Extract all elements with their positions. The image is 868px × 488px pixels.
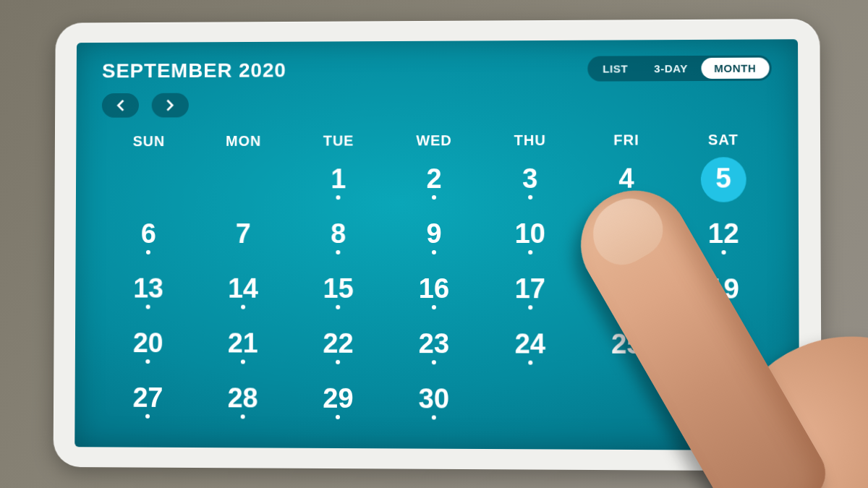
day-cell[interactable]: 13 bbox=[101, 271, 195, 326]
day-number: 17 bbox=[515, 275, 545, 302]
day-number: 21 bbox=[228, 329, 258, 356]
day-number: 18 bbox=[611, 275, 642, 302]
day-cell[interactable]: 18 bbox=[578, 272, 675, 328]
weekday-label: MON bbox=[196, 129, 291, 152]
day-cell bbox=[482, 382, 578, 437]
view-option-list[interactable]: LIST bbox=[590, 58, 641, 79]
day-cell bbox=[579, 382, 676, 437]
day-cell[interactable]: 16 bbox=[386, 271, 482, 326]
day-number: 24 bbox=[515, 330, 546, 357]
view-option-3day[interactable]: 3-DAY bbox=[641, 57, 701, 78]
day-cell[interactable]: 8 bbox=[291, 217, 386, 272]
day-number: 1 bbox=[331, 165, 346, 192]
day-cell[interactable]: 5 bbox=[675, 161, 772, 217]
event-dot-icon bbox=[721, 305, 726, 309]
event-dot-icon bbox=[241, 414, 245, 419]
calendar-row: 6789101112 bbox=[101, 216, 773, 272]
day-cell[interactable]: 25 bbox=[579, 327, 676, 382]
event-dot-icon bbox=[146, 304, 150, 309]
day-cell[interactable]: 2 bbox=[386, 161, 482, 216]
day-number: 11 bbox=[611, 219, 642, 247]
view-option-month[interactable]: MONTH bbox=[701, 57, 770, 78]
weekday-header: SUN MON TUE WED THU FRI SAT bbox=[102, 128, 772, 152]
event-dot-icon bbox=[721, 250, 726, 254]
day-number: 22 bbox=[323, 329, 353, 356]
day-number: 15 bbox=[323, 274, 354, 301]
event-dot-icon bbox=[146, 359, 150, 364]
event-dot-icon bbox=[336, 249, 341, 254]
device-frame: SEPTEMBER 2020 LIST 3-DAY MONTH SUN MON … bbox=[54, 19, 822, 471]
day-cell[interactable]: 1 bbox=[291, 162, 386, 217]
day-number: 26 bbox=[708, 330, 739, 357]
day-number: 12 bbox=[708, 219, 739, 247]
day-cell[interactable]: 6 bbox=[101, 217, 196, 272]
event-dot-icon bbox=[624, 194, 629, 199]
chevron-left-icon bbox=[116, 99, 125, 111]
prev-month-button[interactable] bbox=[102, 93, 139, 117]
calendar-row: 13141516171819 bbox=[101, 271, 772, 327]
day-cell[interactable]: 7 bbox=[196, 217, 291, 272]
event-dot-icon bbox=[528, 305, 532, 309]
event-dot-icon bbox=[528, 250, 532, 254]
event-dot-icon bbox=[432, 249, 436, 254]
event-dot-icon bbox=[432, 305, 436, 309]
day-number: 14 bbox=[228, 274, 258, 301]
day-cell[interactable]: 3 bbox=[482, 161, 578, 216]
day-number: 27 bbox=[132, 383, 163, 411]
day-cell[interactable]: 29 bbox=[290, 381, 386, 437]
day-cell[interactable]: 12 bbox=[675, 216, 773, 272]
day-number: 7 bbox=[236, 220, 251, 247]
next-month-button[interactable] bbox=[152, 93, 189, 117]
weekday-label: TUE bbox=[291, 129, 386, 152]
day-number: 30 bbox=[419, 385, 449, 412]
event-dot-icon bbox=[336, 304, 341, 309]
day-number: 2 bbox=[426, 165, 441, 192]
day-cell[interactable]: 17 bbox=[482, 272, 578, 327]
day-number: 10 bbox=[515, 219, 545, 247]
event-dot-icon bbox=[241, 304, 245, 309]
day-cell[interactable]: 9 bbox=[386, 216, 482, 271]
day-number: 23 bbox=[419, 330, 449, 357]
day-cell[interactable]: 30 bbox=[386, 382, 482, 437]
event-dot-icon bbox=[145, 414, 150, 418]
day-number: 5 bbox=[715, 164, 731, 192]
day-number: 20 bbox=[133, 329, 163, 356]
event-dot-icon bbox=[146, 249, 150, 254]
day-cell[interactable]: 19 bbox=[675, 272, 773, 328]
day-cell[interactable]: 10 bbox=[482, 216, 578, 271]
day-cell[interactable]: 21 bbox=[195, 326, 291, 381]
day-number: 4 bbox=[618, 164, 634, 192]
calendar-row: 12345 bbox=[101, 161, 772, 217]
day-cell[interactable]: 11 bbox=[578, 216, 675, 271]
view-toggle: LIST 3-DAY MONTH bbox=[587, 55, 772, 81]
day-cell[interactable]: 14 bbox=[195, 271, 291, 326]
event-dot-icon bbox=[336, 414, 340, 419]
day-number: 25 bbox=[611, 330, 642, 357]
day-number: 28 bbox=[228, 384, 258, 411]
day-number: 19 bbox=[708, 275, 739, 302]
event-dot-icon bbox=[528, 194, 532, 199]
day-cell[interactable]: 27 bbox=[101, 380, 195, 435]
event-dot-icon bbox=[432, 415, 436, 419]
weekday-label: WED bbox=[386, 129, 482, 152]
day-cell[interactable]: 23 bbox=[386, 326, 482, 382]
calendar-screen: SEPTEMBER 2020 LIST 3-DAY MONTH SUN MON … bbox=[75, 39, 799, 450]
header-row: SEPTEMBER 2020 LIST 3-DAY MONTH bbox=[102, 55, 772, 83]
day-cell[interactable]: 20 bbox=[101, 326, 195, 381]
day-cell[interactable]: 24 bbox=[482, 327, 578, 382]
weekday-label: SAT bbox=[675, 128, 772, 150]
day-number: 9 bbox=[426, 220, 441, 247]
day-number: 13 bbox=[133, 274, 163, 301]
day-number: 3 bbox=[522, 164, 537, 192]
weekday-label: THU bbox=[482, 129, 578, 151]
day-cell[interactable]: 26 bbox=[675, 327, 773, 382]
day-cell[interactable]: 22 bbox=[291, 326, 386, 381]
day-cell[interactable]: 4 bbox=[578, 161, 675, 216]
event-dot-icon bbox=[241, 359, 245, 364]
day-cell[interactable]: 15 bbox=[291, 271, 386, 326]
event-dot-icon bbox=[336, 195, 341, 200]
day-cell bbox=[676, 382, 773, 438]
day-number: 16 bbox=[419, 274, 449, 301]
calendar-row: 27282930 bbox=[101, 380, 773, 438]
day-cell[interactable]: 28 bbox=[195, 381, 291, 436]
